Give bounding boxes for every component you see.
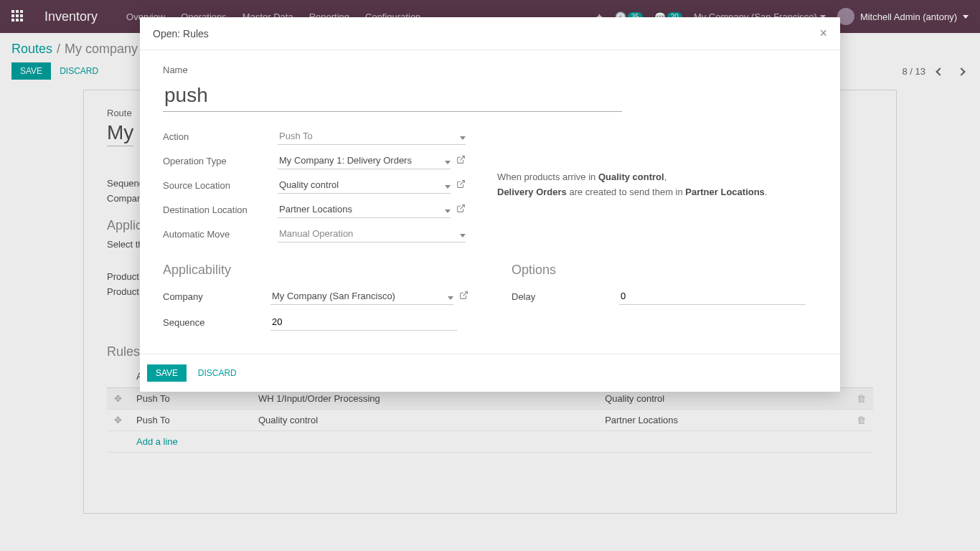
rules-modal: Open: Rules × Name Action When products …: [140, 17, 840, 392]
modal-title: Open: Rules: [153, 28, 209, 39]
modal-footer: SAVE DISCARD: [140, 354, 840, 392]
modal-company-select[interactable]: [270, 288, 453, 305]
source-location-select[interactable]: [278, 176, 451, 194]
automatic-move-label: Automatic Move: [163, 229, 270, 240]
action-label: Action: [163, 131, 270, 142]
name-input[interactable]: [163, 81, 622, 112]
external-link-icon[interactable]: [456, 155, 466, 166]
modal-save-button[interactable]: SAVE: [147, 364, 187, 382]
modal-company-label: Company: [163, 291, 270, 302]
destination-location-select[interactable]: [278, 201, 451, 218]
destination-location-label: Destination Location: [163, 204, 270, 215]
delay-input[interactable]: [619, 288, 806, 305]
operation-type-label: Operation Type: [163, 156, 270, 166]
name-label: Name: [163, 65, 817, 75]
external-link-icon[interactable]: [456, 179, 466, 191]
modal-sequence-input[interactable]: [270, 314, 457, 331]
source-location-label: Source Location: [163, 180, 270, 191]
options-section-title: Options: [512, 263, 817, 278]
operation-type-select[interactable]: [278, 152, 451, 169]
modal-discard-button[interactable]: DISCARD: [189, 364, 245, 382]
modal-header: Open: Rules ×: [140, 17, 840, 50]
rule-description: When products arrive in Quality control,…: [473, 170, 817, 200]
modal-sequence-label: Sequence: [163, 317, 270, 328]
external-link-icon[interactable]: [459, 291, 468, 302]
external-link-icon[interactable]: [456, 204, 466, 215]
close-icon[interactable]: ×: [819, 26, 827, 41]
action-select[interactable]: [278, 128, 466, 145]
delay-label: Delay: [512, 291, 619, 302]
automatic-move-select[interactable]: [278, 225, 466, 242]
applicability-section-title: Applicability: [163, 263, 468, 278]
